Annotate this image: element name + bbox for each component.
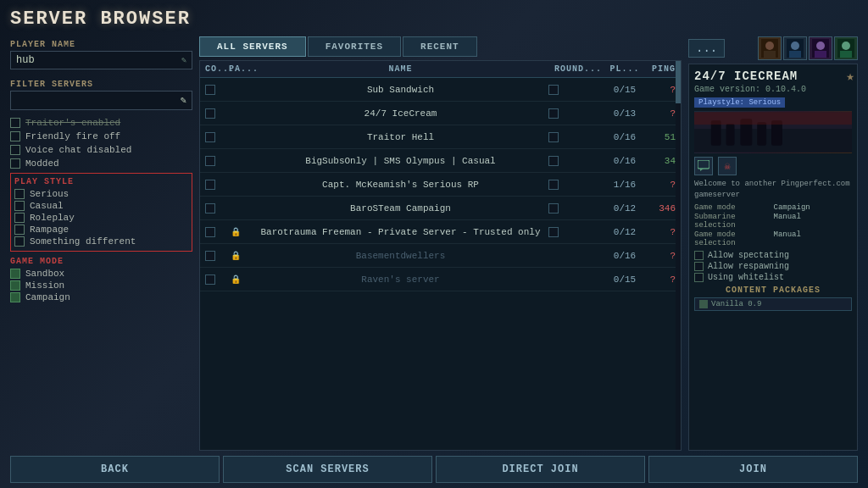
gm-checkbox-sandbox[interactable] — [10, 269, 20, 279]
player-name-input[interactable]: hub ✎ — [10, 51, 192, 69]
gm-value-gamemode: Manual — [774, 230, 853, 247]
ps-checkbox-casual[interactable] — [14, 201, 25, 211]
ps-checkbox-roleplay[interactable] — [14, 213, 25, 223]
direct-join-button[interactable]: DIRECT JOIN — [436, 456, 645, 483]
table-row[interactable]: 🔒 Barotrauma Freeman - Private Server - … — [200, 220, 681, 244]
filter-item-ff[interactable]: Friendly fire off — [10, 130, 192, 142]
gm-item-campaign[interactable]: Campaign — [10, 291, 192, 303]
skull-icon: ☠ — [718, 157, 737, 175]
tab-recent[interactable]: RECENT — [403, 36, 477, 57]
col-header-pl: PL... — [608, 64, 642, 74]
svg-rect-2 — [764, 51, 776, 58]
table-row[interactable]: BaroSTeam Campaign 0/12 346 — [200, 197, 681, 220]
gm-label-sub: Submarine selection — [694, 213, 773, 230]
server-detail-title: 24/7 ICECREAM — [694, 69, 852, 83]
gm-checkbox-mission[interactable] — [10, 280, 20, 291]
server-name: Capt. McKeamish's Serious RP — [253, 180, 548, 190]
gm-value-mode: Campaign — [774, 203, 853, 212]
chat-icon — [694, 157, 713, 175]
avatar-3 — [809, 36, 832, 60]
filter-item-rampage[interactable]: Rampage — [14, 224, 188, 236]
server-players: 0/13 — [608, 108, 642, 119]
ps-checkbox-something-different[interactable] — [14, 236, 25, 247]
gm-item-sandbox[interactable]: Sandbox — [10, 268, 192, 280]
col-header-pa: PA... — [229, 64, 253, 74]
server-image — [694, 111, 852, 153]
favorite-star-icon[interactable]: ★ — [846, 68, 854, 85]
filter-checkbox-modded[interactable] — [10, 158, 20, 169]
filter-checkbox-traitor[interactable] — [10, 118, 20, 128]
svg-point-4 — [791, 42, 799, 50]
ps-checkbox-serious[interactable] — [14, 189, 25, 199]
back-button[interactable]: BACK — [10, 456, 220, 483]
right-panel: ... 24/7 ICE — [688, 36, 858, 451]
dots-button[interactable]: ... — [688, 39, 725, 58]
svg-rect-8 — [815, 51, 826, 58]
package-icon — [699, 300, 708, 308]
table-row[interactable]: 🔒 Raven's server 0/15 ? — [200, 268, 681, 291]
filter-input[interactable]: ✎ — [10, 91, 192, 110]
filter-servers-section: FILTER SERVERS ✎ — [10, 76, 192, 114]
server-welcome-text: Welcome to another Pingperfect.com games… — [694, 179, 852, 200]
filter-item-roleplay[interactable]: Roleplay — [14, 212, 188, 224]
ps-checkbox-rampage[interactable] — [14, 225, 25, 235]
row-checkbox[interactable] — [205, 251, 215, 261]
col-header-round: ROUND... — [548, 64, 608, 74]
option-spectating-checkbox[interactable] — [694, 251, 704, 260]
join-button[interactable]: JOIN — [648, 456, 858, 483]
table-row[interactable]: Sub Sandwich 0/15 ? — [200, 78, 681, 102]
server-players: 0/15 — [608, 85, 642, 95]
svg-point-1 — [765, 42, 774, 50]
game-mode-section: GAME MODE Sandbox Mission Campaign — [10, 253, 192, 303]
svg-rect-19 — [694, 112, 852, 125]
option-spectating[interactable]: Allow spectating — [694, 251, 852, 260]
option-respawning-checkbox[interactable] — [694, 262, 704, 271]
edit-icon: ✎ — [181, 55, 186, 65]
server-name: BigSubsOnly | SMS Olympus | Casual — [253, 156, 548, 166]
scan-servers-button[interactable]: SCAN SERVERS — [223, 456, 432, 483]
filter-checkbox-ff[interactable] — [10, 131, 20, 141]
row-checkbox[interactable] — [205, 227, 215, 237]
row-checkbox[interactable] — [205, 132, 215, 142]
row-checkbox[interactable] — [205, 203, 215, 214]
row-checkbox[interactable] — [205, 180, 215, 190]
table-row[interactable]: 🔒 Basementdwellers 0/16 ? — [200, 244, 681, 268]
filter-checkbox-voice[interactable] — [10, 145, 20, 155]
filter-item-serious[interactable]: Serious — [14, 188, 188, 200]
row-checkbox[interactable] — [205, 85, 215, 95]
gm-checkbox-campaign[interactable] — [10, 292, 20, 302]
table-row[interactable]: Capt. McKeamish's Serious RP 1/16 ? — [200, 173, 681, 197]
option-whitelist[interactable]: Using whitelist — [694, 273, 852, 282]
scrollbar[interactable] — [676, 61, 681, 450]
svg-point-7 — [816, 42, 825, 50]
row-checkbox[interactable] — [205, 108, 215, 119]
play-style-section: PLAY STYLE Serious Casual Roleplay — [10, 173, 192, 252]
gm-item-mission[interactable]: Mission — [10, 280, 192, 291]
table-header: CO... PA... NAME ROUND... PL... PING — [200, 61, 681, 78]
row-checkbox[interactable] — [205, 274, 215, 285]
server-ping: ? — [642, 108, 676, 119]
tab-favorites[interactable]: FAVORITES — [308, 36, 401, 57]
row-checkbox[interactable] — [205, 156, 215, 166]
option-whitelist-checkbox[interactable] — [694, 273, 704, 282]
server-icon-row: ☠ — [694, 157, 852, 175]
scrollbar-thumb[interactable] — [676, 61, 681, 103]
left-panel: PLAYER NAME hub ✎ FILTER SERVERS ✎ Trai — [10, 36, 192, 451]
player-name-section: PLAYER NAME hub ✎ — [10, 36, 192, 69]
server-list: Sub Sandwich 0/15 ? 24/7 IceCream 0/13 ? — [200, 78, 681, 450]
server-players: 0/16 — [608, 156, 642, 166]
table-row[interactable]: 24/7 IceCream 0/13 ? — [200, 102, 681, 125]
lock-icon: 🔒 — [231, 275, 241, 285]
server-name: BaroSTeam Campaign — [253, 203, 548, 214]
table-row[interactable]: BigSubsOnly | SMS Olympus | Casual 0/16 … — [200, 149, 681, 173]
gm-value-sub: Manual — [774, 213, 853, 230]
filter-item-modded[interactable]: Modded — [10, 158, 192, 169]
tab-all-servers[interactable]: ALL SERVERS — [199, 36, 306, 57]
option-respawning[interactable]: Allow respawning — [694, 262, 852, 271]
table-row[interactable]: Traitor Hell 0/16 51 — [200, 125, 681, 149]
filter-item-traitor[interactable]: Traitor's enabled — [10, 117, 192, 129]
player-name-value: hub — [16, 54, 35, 66]
filter-item-casual[interactable]: Casual — [14, 200, 188, 212]
filter-item-voice[interactable]: Voice chat disabled — [10, 144, 192, 156]
filter-item-something-different[interactable]: Something different — [14, 236, 188, 247]
